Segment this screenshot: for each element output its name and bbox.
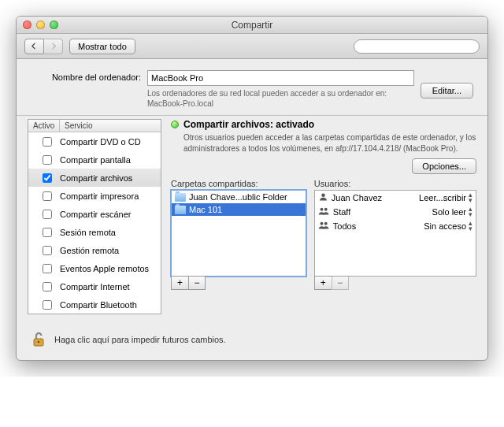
person-icon	[318, 192, 328, 203]
service-row[interactable]: Compartir Bluetooth	[28, 295, 161, 314]
service-label: Sesión remota	[60, 228, 156, 237]
service-row[interactable]: Compartir pantalla	[28, 150, 161, 169]
add-user-button[interactable]: +	[314, 276, 332, 290]
group-icon	[318, 221, 330, 232]
user-row[interactable]: StaffSolo leer▴▾	[315, 205, 476, 219]
service-checkbox[interactable]	[43, 264, 52, 273]
options-button[interactable]: Opciones...	[412, 158, 476, 174]
services-list: Activo Servicio Compartir DVD o CDCompar…	[28, 119, 161, 314]
permission-stepper-icon[interactable]: ▴▾	[469, 221, 472, 232]
preferences-window: Compartir Mostrar todo Nombre del ordena…	[16, 16, 488, 361]
edit-name-button[interactable]: Editar...	[421, 83, 473, 98]
lock-open-icon	[29, 330, 48, 349]
chevron-left-icon	[31, 42, 38, 51]
folder-row[interactable]: Juan Chave...ublic Folder	[172, 191, 306, 203]
svg-point-8	[38, 341, 40, 343]
service-row[interactable]: Compartir escáner	[28, 205, 161, 223]
services-body[interactable]: Compartir DVD o CDCompartir pantallaComp…	[28, 132, 161, 314]
window-controls	[23, 20, 58, 29]
user-row[interactable]: TodosSin acceso▴▾	[315, 219, 476, 233]
service-row[interactable]: Gestión remota	[28, 241, 161, 259]
folder-icon	[175, 193, 186, 202]
zoom-icon[interactable]	[50, 20, 58, 29]
users-list[interactable]: Juan ChavezLeer...scribir▴▾StaffSolo lee…	[314, 190, 476, 277]
service-label: Compartir Bluetooth	[60, 300, 156, 310]
users-label: Usuarios:	[314, 179, 476, 188]
computer-name-help: Los ordenadores de su red local pueden a…	[147, 88, 414, 109]
help-line-1: Los ordenadores de su red local pueden a…	[147, 89, 387, 98]
service-label: Compartir Internet	[60, 282, 156, 291]
search-field[interactable]	[362, 41, 474, 52]
col-head-service[interactable]: Servicio	[60, 120, 161, 132]
users-plus-minus: + −	[314, 276, 476, 290]
service-label: Gestión remota	[60, 246, 156, 255]
window-title: Compartir	[17, 20, 487, 31]
folder-row[interactable]: Mac 101	[172, 203, 306, 216]
shared-folders-list[interactable]: Juan Chave...ublic FolderMac 101	[171, 190, 306, 277]
folders-plus-minus: + −	[171, 276, 306, 290]
lock-text: Haga clic aquí para impedir futuros camb…	[54, 335, 226, 344]
status-description: Otros usuarios pueden acceder a las carp…	[183, 132, 476, 154]
service-row[interactable]: Compartir DVD o CD	[28, 132, 161, 150]
permission-label: Solo leer	[432, 207, 466, 217]
remove-user-button[interactable]: −	[332, 276, 349, 290]
computer-name-field[interactable]	[147, 70, 414, 86]
status-indicator-icon	[171, 121, 179, 128]
service-checkbox[interactable]	[43, 300, 52, 310]
service-checkbox[interactable]	[43, 246, 52, 255]
service-checkbox[interactable]	[43, 173, 52, 183]
minimize-icon[interactable]	[36, 20, 45, 29]
lists-row: Carpetas compartidas: Juan Chave...ublic…	[171, 179, 476, 290]
service-row[interactable]: Sesión remota	[28, 223, 161, 241]
user-row[interactable]: Juan ChavezLeer...scribir▴▾	[315, 191, 476, 205]
user-label: Todos	[333, 221, 356, 231]
forward-button[interactable]	[44, 39, 63, 54]
folder-label: Juan Chave...ublic Folder	[189, 192, 287, 202]
main-content: Activo Servicio Compartir DVD o CDCompar…	[17, 116, 487, 322]
remove-folder-button[interactable]: −	[188, 276, 206, 290]
service-checkbox[interactable]	[43, 137, 52, 147]
svg-point-6	[324, 222, 328, 225]
service-checkbox[interactable]	[43, 191, 52, 201]
nav-back-forward	[24, 39, 63, 54]
service-label: Eventos Apple remotos	[60, 264, 156, 273]
permission-label: Sin acceso	[424, 221, 466, 231]
svg-point-4	[324, 208, 328, 211]
service-row[interactable]: Compartir impresora	[28, 187, 161, 205]
service-row[interactable]: Eventos Apple remotos	[28, 259, 161, 277]
user-label: Juan Chavez	[332, 193, 382, 202]
service-label: Compartir DVD o CD	[60, 137, 156, 147]
service-label: Compartir archivos	[60, 173, 156, 183]
services-header: Activo Servicio	[28, 120, 161, 132]
folder-label: Mac 101	[189, 205, 222, 214]
svg-point-2	[321, 194, 325, 198]
svg-point-3	[320, 208, 323, 211]
back-button[interactable]	[24, 39, 44, 54]
service-detail: Compartir archivos: activado Otros usuar…	[171, 119, 476, 314]
status-row: Compartir archivos: activado	[171, 119, 476, 130]
lock-row[interactable]: Haga clic aquí para impedir futuros camb…	[17, 322, 487, 360]
group-icon	[318, 206, 330, 217]
service-row[interactable]: Compartir Internet	[28, 277, 161, 295]
folder-icon	[175, 206, 186, 214]
service-checkbox[interactable]	[43, 155, 52, 165]
service-row[interactable]: Compartir archivos	[28, 169, 161, 187]
help-line-2: MacBook-Pro.local	[147, 99, 213, 108]
service-label: Compartir impresora	[60, 191, 156, 201]
permission-label: Leer...scribir	[419, 193, 466, 202]
service-checkbox[interactable]	[43, 210, 52, 219]
permission-stepper-icon[interactable]: ▴▾	[469, 206, 472, 217]
add-folder-button[interactable]: +	[171, 276, 188, 290]
user-label: Staff	[333, 207, 350, 217]
search-input[interactable]	[354, 39, 480, 54]
col-head-active[interactable]: Activo	[28, 120, 60, 132]
computer-name-label: Nombre del ordenador:	[31, 70, 141, 82]
service-checkbox[interactable]	[43, 228, 52, 237]
status-label: Compartir archivos: activado	[183, 119, 314, 130]
svg-point-5	[320, 222, 323, 225]
show-all-button[interactable]: Mostrar todo	[69, 39, 135, 54]
chevron-right-icon	[50, 42, 57, 51]
close-icon[interactable]	[23, 20, 32, 29]
permission-stepper-icon[interactable]: ▴▾	[469, 192, 472, 203]
service-checkbox[interactable]	[43, 282, 52, 291]
